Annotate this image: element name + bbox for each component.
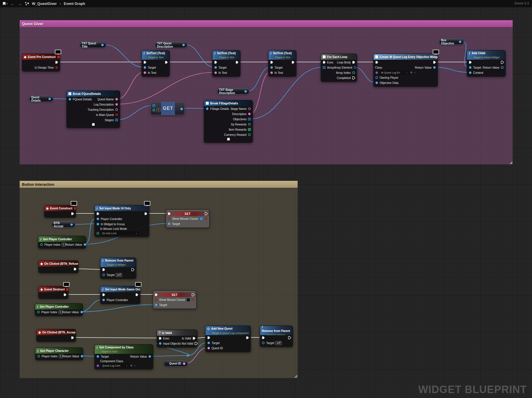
set-input-mode-ui-only-node[interactable]: ƒSet Input Mode UI OnlyPlayer Controller… (94, 205, 149, 237)
delegate-icon[interactable] (66, 288, 68, 291)
add-new-quest-node[interactable]: ◇Add New QuestTarget is Quest Log Compon… (205, 326, 251, 352)
exec-pin[interactable] (322, 61, 326, 64)
target-pin[interactable] (154, 303, 158, 307)
return-value-pin[interactable] (80, 354, 84, 358)
checkbox[interactable] (186, 298, 190, 302)
pin-pin[interactable] (375, 71, 378, 74)
txt-quest-title-pin[interactable] (101, 43, 104, 47)
dropdown[interactable]: W Quest Log En⌄ (380, 71, 409, 75)
exec-out-pin[interactable] (204, 212, 208, 215)
get-player-controller-2-node[interactable]: ƒGet Player ControllerPlayer Index0Retur… (35, 303, 83, 316)
stages-pin[interactable] (115, 118, 118, 122)
description-pin[interactable] (248, 112, 251, 116)
objectives-pin[interactable] (248, 117, 251, 121)
pin-pin[interactable] (63, 293, 67, 296)
player-index-pin[interactable] (37, 354, 40, 358)
browse-search-icons[interactable]: ⊕ ⌕ (410, 71, 416, 74)
exec-pin[interactable] (158, 337, 162, 340)
forward-button[interactable]: → (18, 1, 22, 6)
target-pin[interactable] (214, 66, 217, 69)
pin-pin[interactable] (71, 336, 74, 339)
value-box[interactable]: 0 (59, 310, 62, 314)
resize-handle-icon[interactable] (294, 375, 297, 378)
pin-pin[interactable] (135, 293, 139, 296)
blueprint-canvas[interactable]: ▾ ← → W_QuestGiver › Event Graph Zoom 1:… (0, 0, 532, 398)
xp-rewards-pin[interactable] (248, 123, 251, 126)
pin-pin[interactable] (291, 61, 295, 64)
add-child-node[interactable]: ƒAdd ChildTarget is Panel WidgetTargetRe… (467, 50, 506, 77)
quest-id-variable[interactable]: Quest ID (164, 361, 188, 367)
quest-giver-comment-title[interactable]: Quest Giver (20, 20, 513, 27)
pin-pin[interactable] (246, 336, 249, 339)
settext-quest-title-node[interactable]: ƒSetText (Text)Target is TextTargetIn Te… (141, 50, 170, 77)
completed-pin[interactable] (352, 76, 355, 80)
breadcrumb-page[interactable]: Event Graph (64, 2, 85, 6)
log-description-pin[interactable] (115, 103, 118, 106)
is-design-time-pin[interactable] (55, 66, 58, 69)
set-show-mouse-cursor-true-node[interactable]: SETShow Mouse Cursor✓Target (166, 209, 210, 228)
value-box[interactable]: self (275, 341, 282, 345)
fstage-details-pin[interactable] (206, 107, 209, 110)
target-pin[interactable] (167, 222, 171, 226)
quest-details-variable[interactable]: Quest Details (29, 96, 53, 102)
value-box[interactable]: 0 (62, 243, 66, 247)
player-index-pin[interactable] (37, 310, 40, 314)
txt-stage-description-pin[interactable] (244, 90, 247, 93)
button-interaction-comment-title[interactable]: Button Interaction (20, 181, 298, 188)
settext-stage-description-node[interactable]: ƒSetText (Text)Target is TextTargetIn Te… (268, 50, 296, 77)
pin-pin[interactable] (270, 61, 273, 64)
return-value-pin[interactable] (501, 66, 504, 69)
target-pin[interactable] (207, 341, 210, 345)
owning-player-pin[interactable] (375, 76, 378, 79)
player-controller-pin[interactable] (102, 298, 105, 302)
target-pin[interactable] (96, 355, 100, 358)
target-pin[interactable] (468, 66, 472, 69)
exec-in-pin[interactable] (167, 212, 171, 215)
set-show-mouse-cursor-false-node[interactable]: SETShow Mouse CursorTarget (153, 290, 197, 309)
delegate-icon[interactable] (74, 207, 76, 210)
delegate-icon[interactable] (57, 55, 60, 59)
pin-pin[interactable] (165, 61, 168, 64)
pin-pin[interactable] (204, 217, 208, 220)
is-valid-node[interactable]: ?Is ValidExecIs ValidInput ObjectIs Not … (157, 330, 197, 348)
dropdown[interactable]: Quest Log Com⌄ (101, 364, 129, 368)
pin-pin[interactable] (375, 61, 378, 64)
pin-pin[interactable] (96, 364, 100, 367)
content-pin[interactable] (468, 71, 472, 74)
settext-quest-description-node[interactable]: ƒSetText (Text)Target is TextTargetIn Te… (212, 50, 240, 77)
checkbox[interactable]: ✓ (199, 217, 203, 221)
btn-accept-pin[interactable] (70, 223, 73, 226)
remove-from-parent-1-node[interactable]: ƒRemove from ParentTarget is WidgetTarge… (100, 258, 136, 279)
item-rewards-pin[interactable] (248, 128, 251, 131)
remove-from-parent-2-node[interactable]: ƒRemove from ParentTarget is WidgetTarge… (260, 326, 293, 347)
txt-quest-description-variable[interactable]: TXT Quest Description (155, 42, 187, 48)
advanced-toggle[interactable] (227, 138, 230, 140)
for-each-loop-node[interactable]: For Each LoopExecLoop BodyArrayArray Ele… (321, 54, 357, 82)
btn-accept-variable[interactable]: BTN Accept (52, 221, 75, 228)
loop-body-pin[interactable] (352, 61, 355, 64)
target-pin[interactable] (262, 341, 265, 345)
quest-details-pin[interactable] (48, 97, 51, 101)
exec-in-pin[interactable] (154, 293, 158, 296)
input-object-pin[interactable] (158, 342, 162, 345)
quest-name-pin[interactable] (115, 97, 118, 101)
target-pin[interactable] (102, 273, 105, 277)
bookmark-button[interactable]: ▾ (3, 2, 8, 5)
return-value-pin[interactable] (83, 243, 87, 246)
is-valid-pin[interactable] (192, 337, 196, 340)
pin-pin[interactable] (191, 298, 195, 301)
in-text-pin[interactable] (270, 71, 273, 74)
pin-pin[interactable] (144, 212, 148, 215)
quest-id-pin[interactable] (207, 346, 210, 350)
pin-pin[interactable] (73, 267, 77, 271)
in-text-pin[interactable] (214, 71, 217, 74)
break-fquestdetails-node[interactable]: Break FQuestDetailsFQuest DetailsQuest N… (66, 91, 120, 128)
pin-pin[interactable] (102, 268, 105, 271)
player-controller-pin[interactable] (96, 217, 100, 221)
return-value-pin[interactable] (433, 66, 436, 69)
return-value-pin[interactable] (148, 355, 152, 358)
array-index-pin[interactable] (352, 71, 355, 74)
currency-reward-pin[interactable] (248, 133, 251, 136)
player-index-pin[interactable] (40, 243, 43, 246)
get-component-by-class-node[interactable]: ƒGet Component by ClassTarget is ActorTa… (94, 344, 153, 369)
